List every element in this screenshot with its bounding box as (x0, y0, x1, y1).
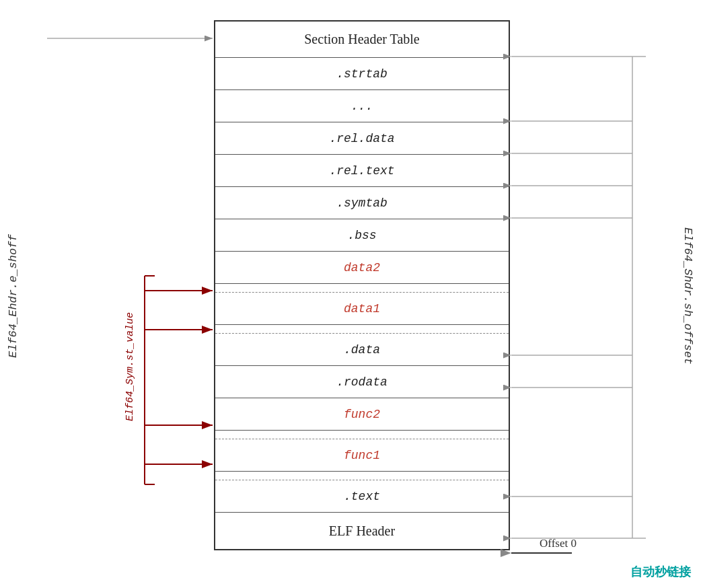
row-strtab: .strtab (215, 58, 509, 90)
row-text: .text (215, 480, 509, 513)
label-sh-offset: Elf64_Shdr.sh_offset (681, 20, 694, 572)
row-data2: data2 (215, 252, 509, 284)
diagram-container: Elf64_Ehdr.e_shoff Elf64_Sym.st_value El… (0, 7, 701, 585)
row-rodata: .rodata (215, 366, 509, 398)
row-data1: data1 (215, 293, 509, 325)
row-dash4 (215, 472, 509, 480)
watermark: 自动秒链接 (630, 564, 691, 580)
label-offset-0: Offset 0 (540, 537, 577, 550)
row-func2: func2 (215, 398, 509, 431)
row-elf-header: ELF Header (215, 513, 509, 549)
row-rel-data: .rel.data (215, 122, 509, 155)
row-ellipsis: ... (215, 90, 509, 122)
row-dash2 (215, 325, 509, 334)
row-symtab: .symtab (215, 187, 509, 219)
row-data: .data (215, 334, 509, 366)
label-e-shoff: Elf64_Ehdr.e_shoff (7, 20, 20, 572)
row-bss: .bss (215, 219, 509, 252)
main-table: Section Header Table .strtab ... .rel.da… (214, 20, 510, 550)
label-st-value: Elf64_Sym.st_value (124, 262, 136, 471)
row-rel-text: .rel.text (215, 155, 509, 187)
row-dash1 (215, 284, 509, 293)
row-section-header-table: Section Header Table (215, 22, 509, 58)
row-dash3 (215, 431, 509, 439)
row-func1: func1 (215, 439, 509, 472)
